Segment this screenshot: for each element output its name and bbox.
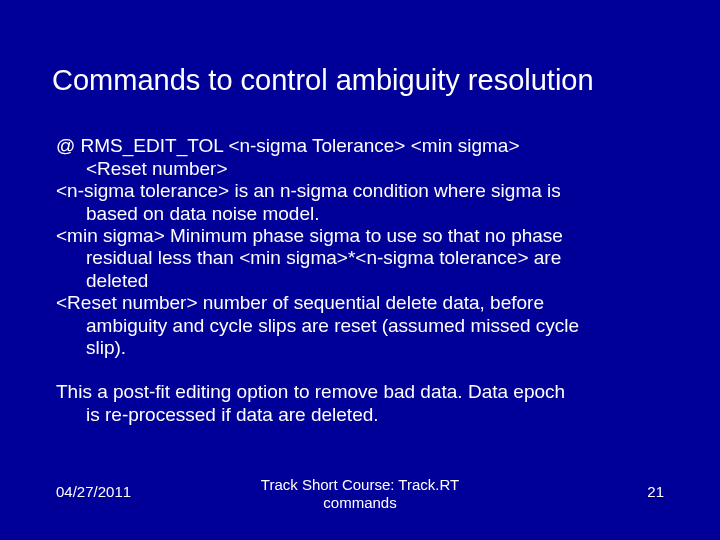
body-line: based on data noise model. <box>56 203 664 225</box>
body-line: slip). <box>56 337 664 359</box>
footer-title-line: commands <box>0 494 720 512</box>
footer-page-number: 21 <box>647 483 664 500</box>
body-line: deleted <box>56 270 664 292</box>
body-line: This a post-fit editing option to remove… <box>56 381 664 403</box>
spacer <box>56 359 664 381</box>
body-line: <min sigma> Minimum phase sigma to use s… <box>56 225 664 247</box>
slide-body: @ RMS_EDIT_TOL <n-sigma Tolerance> <min … <box>0 97 720 426</box>
body-line: <Reset number> number of sequential dele… <box>56 292 664 314</box>
body-line: @ RMS_EDIT_TOL <n-sigma Tolerance> <min … <box>56 135 664 157</box>
body-line: is re-processed if data are deleted. <box>56 404 664 426</box>
body-line: residual less than <min sigma>*<n-sigma … <box>56 247 664 269</box>
slide: Commands to control ambiguity resolution… <box>0 0 720 540</box>
slide-title: Commands to control ambiguity resolution <box>0 0 720 97</box>
body-line: ambiguity and cycle slips are reset (ass… <box>56 315 664 337</box>
body-line: <n-sigma tolerance> is an n-sigma condit… <box>56 180 664 202</box>
footer-title-line: Track Short Course: Track.RT <box>0 476 720 494</box>
body-line: <Reset number> <box>56 158 664 180</box>
footer-title: Track Short Course: Track.RT commands <box>0 476 720 512</box>
